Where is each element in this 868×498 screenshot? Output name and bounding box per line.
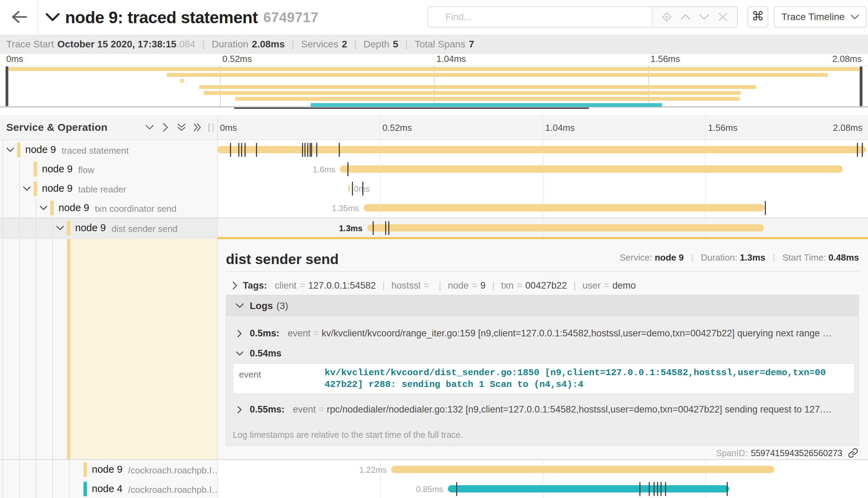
span-duration-label: 0.85ms (416, 485, 443, 494)
span-name-cell[interactable]: node 4 /cockroach.roachpb.I… (0, 479, 217, 498)
axis-tick-75: 1.56ms (708, 123, 737, 133)
indent-guide (2, 460, 3, 479)
span-name-cell[interactable]: node 9 traced statement (0, 140, 217, 160)
log-entry-collapsed[interactable]: 0.5ms: event = kv/kvclient/kvcoord/range… (226, 328, 859, 339)
services-value: 2 (342, 39, 347, 50)
minimap-graph[interactable] (0, 66, 868, 107)
log-event-tick (238, 143, 239, 157)
span-toggle-chevron-down-icon[interactable] (23, 184, 31, 193)
axis-tick-100: 2.08ms (833, 123, 862, 133)
collapse-all-icon[interactable] (177, 123, 186, 132)
collapse-one-icon[interactable] (145, 123, 154, 132)
span-detail-title: dist sender send (226, 251, 339, 268)
log-entry-collapsed[interactable]: 0.55ms: event = rpc/nodedialer/nodediale… (226, 404, 859, 415)
indent-guide (19, 179, 20, 198)
log-event-tick (657, 482, 658, 496)
minimap-span-bar (235, 97, 739, 101)
next-result-icon[interactable] (699, 12, 709, 22)
span-bar-cell[interactable]: 1.3ms (217, 218, 868, 237)
log-event-tick (649, 482, 650, 496)
keyboard-shortcuts-button[interactable]: ⌘ (747, 6, 768, 28)
back-button[interactable] (8, 6, 30, 28)
indent-guide (19, 460, 20, 479)
span-name-cell[interactable]: node 9 /cockroach.roachpb.I… (0, 460, 217, 479)
chevron-right-icon (230, 281, 239, 290)
span-bar-cell[interactable]: 1.6ms (217, 160, 868, 179)
column-divider (217, 198, 218, 218)
locate-icon[interactable] (662, 12, 672, 22)
trace-id: 6749717 (263, 10, 318, 25)
total-spans-value: 7 (469, 39, 474, 50)
log-event-tick (245, 143, 246, 157)
minimap-tick-labels: 0ms 0.52ms 1.04ms 1.56ms 2.08ms (0, 54, 868, 66)
span-id-label: SpanID: (716, 448, 747, 458)
span-duration-label: 1.35ms (332, 203, 359, 213)
column-divider (217, 460, 218, 479)
trace-collapse-toggle[interactable] (45, 10, 60, 25)
expand-collapse-controls (145, 115, 209, 139)
span-name-cell[interactable]: node 9 dist sender send (0, 218, 217, 237)
clear-search-icon[interactable] (718, 12, 728, 22)
timeline-minimap: 0ms 0.52ms 1.04ms 1.56ms 2.08ms (0, 54, 868, 109)
minimap-left-scrubber[interactable] (6, 66, 8, 106)
service-color-bar (17, 143, 20, 157)
span-row-dist-sender-send[interactable]: node 9 dist sender send 1.3ms (0, 218, 868, 237)
span-duration-bar[interactable] (391, 466, 774, 473)
span-duration-bar[interactable] (340, 165, 843, 173)
span-bar-cell[interactable]: 1.35ms (217, 198, 868, 218)
span-duration-bar[interactable] (217, 146, 866, 153)
span-service-name: node 9 (92, 464, 123, 475)
span-bar-cell[interactable] (217, 140, 868, 160)
tag-node: node=9 (448, 280, 486, 291)
span-bar-cell[interactable]: 1.22ms (217, 460, 868, 479)
span-name-cell[interactable]: node 9 flow (0, 160, 217, 179)
indent-guide (69, 460, 70, 479)
tags-row[interactable]: Tags: client=127.0.0.1:54582 | hostssl= … (230, 277, 636, 294)
equals-sign: = (424, 280, 429, 291)
span-row-table-reader[interactable]: node 9 table reader 0ms (0, 179, 868, 198)
span-row-roachpb-node9[interactable]: node 9 /cockroach.roachpb.I… 1.22ms (0, 460, 868, 479)
find-input[interactable] (428, 7, 652, 27)
separator: | (354, 39, 356, 50)
depth-value: 5 (393, 39, 398, 50)
span-service-name: node 9 (75, 222, 106, 234)
span-bar-cell[interactable]: 0.85ms (217, 479, 868, 498)
chevron-down-icon (235, 301, 244, 310)
top-bar: node 9: traced statement 6749717 (0, 0, 868, 35)
span-toggle-chevron-down-icon[interactable] (56, 224, 64, 232)
view-selector-button[interactable]: Trace Timeline (774, 6, 867, 28)
column-resizer-grip[interactable] (209, 123, 213, 132)
span-row-txn-coordinator-send[interactable]: node 9 txn coordinator send 1.35ms (0, 198, 868, 218)
logs-header[interactable]: Logs (3) (226, 295, 859, 316)
log-entry-expanded[interactable]: 0.54ms (226, 348, 859, 359)
span-row-traced-statement[interactable]: node 9 traced statement (0, 140, 868, 160)
span-row-roachpb-node4[interactable]: node 4 /cockroach.roachpb.I… 0.85ms (0, 479, 868, 498)
span-name-cell[interactable]: node 9 txn coordinator send (0, 198, 217, 218)
span-duration-bar[interactable] (348, 185, 350, 192)
deep-link-icon[interactable] (847, 448, 859, 458)
span-duration-bar[interactable] (364, 204, 764, 211)
span-duration-label: 1.3ms (339, 224, 363, 233)
span-toggle-chevron-down-icon[interactable] (39, 204, 47, 212)
timeline-gridline (380, 479, 381, 498)
depth-label: Depth (364, 39, 390, 50)
span-bar-cell[interactable]: 0ms (217, 179, 868, 198)
span-duration-bar[interactable] (448, 485, 729, 492)
log-event-tick (256, 143, 257, 157)
span-toggle-chevron-down-icon[interactable] (6, 146, 14, 154)
span-duration-label: 1.6ms (313, 165, 335, 174)
detail-duration-label: Duration: (701, 252, 737, 263)
span-duration-label: 1.22ms (360, 465, 387, 475)
indent-guide (2, 160, 3, 179)
span-duration-bar[interactable] (367, 224, 764, 232)
prev-result-icon[interactable] (680, 12, 691, 22)
minimap-right-scrubber[interactable] (860, 66, 862, 106)
log-event-tick (665, 482, 666, 496)
span-row-flow[interactable]: node 9 flow 1.6ms (0, 160, 868, 179)
expand-one-icon[interactable] (161, 123, 170, 132)
span-name-cell[interactable]: node 9 table reader (0, 179, 217, 198)
expand-all-icon[interactable] (193, 123, 202, 132)
span-service-name: node 9 (42, 183, 73, 194)
minimap-focus-underline (234, 108, 588, 109)
detail-duration-value: 1.3ms (740, 252, 765, 263)
